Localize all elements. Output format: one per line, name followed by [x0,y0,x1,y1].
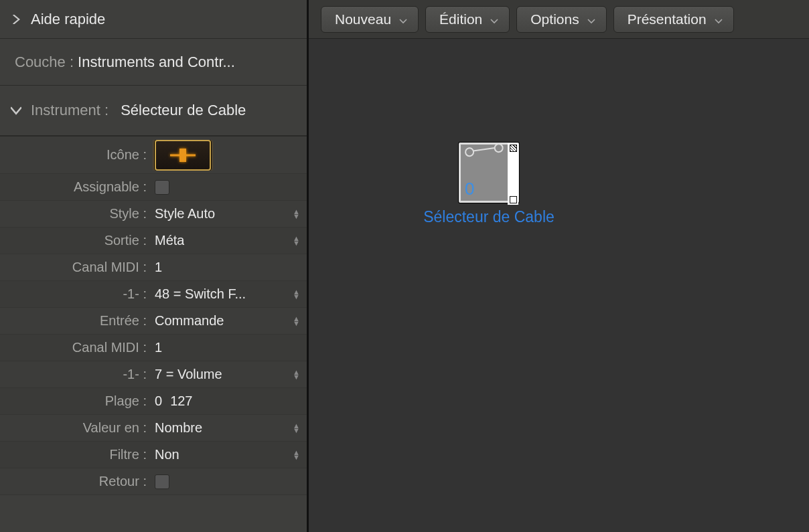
instrument-label: Instrument : [31,102,108,119]
prop-sortie-label: Sortie : [0,233,151,248]
menubar: Nouveau Édition Options Présentation [309,0,809,39]
prop-plage-label: Plage : [0,393,151,409]
layer-label: Couche : [15,54,74,71]
prop-style-value[interactable]: Style Auto ▲▼ [151,206,307,221]
environment-canvas-area: Nouveau Édition Options Présentation [309,0,809,532]
prop-sortie-row[interactable]: Sortie : Méta ▲▼ [0,228,307,254]
instrument-icon[interactable] [155,140,211,171]
prop-retour-value [151,474,307,489]
menu-edition[interactable]: Édition [425,6,510,33]
chevron-down-icon [715,11,723,27]
prop-midi2-row[interactable]: Canal MIDI : 1 [0,335,307,361]
prop-assignable-label: Assignable : [0,179,151,195]
layer-row[interactable]: Couche : Instruments and Contr... [0,39,307,86]
prop-minus1a-value[interactable]: 48 = Switch F... ▲▼ [151,286,307,302]
stepper-icon[interactable]: ▲▼ [293,236,300,246]
menu-options[interactable]: Options [516,6,606,33]
chevron-right-icon [11,14,21,25]
instrument-name: Sélecteur de Cable [121,102,246,119]
stepper-icon[interactable]: ▲▼ [293,450,300,460]
chevron-down-icon [11,105,21,116]
cable-ports-icon[interactable] [508,143,518,205]
range-high[interactable]: 127 [170,393,192,409]
prop-filtre-label: Filtre : [0,447,151,462]
prop-icon-value[interactable] [151,140,307,171]
chevron-down-icon [587,11,595,27]
fader-object-label: Sélecteur de Cable [412,208,566,226]
prop-style-label: Style : [0,206,151,221]
prop-plage-row[interactable]: Plage : 0 127 [0,388,307,415]
prop-minus1b-row[interactable]: -1- : 7 = Volume ▲▼ [0,361,307,388]
instrument-header[interactable]: Instrument : Sélecteur de Cable [0,86,307,137]
quick-help-header[interactable]: Aide rapide [0,0,307,39]
prop-midi1-value[interactable]: 1 [151,260,307,275]
prop-sortie-value[interactable]: Méta ▲▼ [151,233,307,248]
assignable-checkbox[interactable] [155,180,169,195]
cable-switcher-object[interactable]: 0 Sélecteur de Cable [412,143,566,226]
stepper-icon[interactable]: ▲▼ [293,370,300,379]
stepper-icon[interactable]: ▲▼ [293,209,300,219]
prop-valeur-row[interactable]: Valeur en : Nombre ▲▼ [0,415,307,442]
property-list: Icône : Assignable : Style : Style Auto [0,137,307,532]
prop-midi1-row[interactable]: Canal MIDI : 1 [0,254,307,281]
range-low[interactable]: 0 [155,393,162,409]
prop-midi1-label: Canal MIDI : [0,260,151,275]
prop-icon-label: Icône : [0,147,151,163]
fader-object-box[interactable]: 0 [459,143,519,203]
prop-valeur-value[interactable]: Nombre ▲▼ [151,420,307,436]
chevron-down-icon [399,11,407,27]
prop-assignable-value [151,180,307,195]
menu-nouveau[interactable]: Nouveau [321,6,419,33]
svg-rect-1 [179,149,186,162]
prop-midi2-value[interactable]: 1 [151,340,307,355]
prop-retour-row: Retour : [0,468,307,495]
prop-plage-value[interactable]: 0 127 [151,393,307,409]
inspector-panel: Aide rapide Couche : Instruments and Con… [0,0,309,532]
stepper-icon[interactable]: ▲▼ [293,317,300,326]
menu-presentation[interactable]: Présentation [613,6,734,33]
prop-icon-row: Icône : [0,137,307,174]
prop-valeur-label: Valeur en : [0,420,151,436]
prop-entree-row[interactable]: Entrée : Commande ▲▼ [0,308,307,335]
fader-line-icon [466,146,502,152]
prop-style-row[interactable]: Style : Style Auto ▲▼ [0,201,307,228]
prop-retour-label: Retour : [0,474,151,489]
fader-value: 0 [465,179,474,199]
stepper-icon[interactable]: ▲▼ [293,424,300,433]
prop-entree-value[interactable]: Commande ▲▼ [151,313,307,329]
prop-minus1b-label: -1- : [0,367,151,382]
environment-canvas[interactable]: 0 Sélecteur de Cable [309,39,809,532]
stepper-icon[interactable]: ▲▼ [293,290,300,299]
prop-assignable-row: Assignable : [0,174,307,201]
prop-minus1b-value[interactable]: 7 = Volume ▲▼ [151,367,307,382]
prop-midi2-label: Canal MIDI : [0,340,151,355]
prop-filtre-row[interactable]: Filtre : Non ▲▼ [0,442,307,468]
prop-minus1a-row[interactable]: -1- : 48 = Switch F... ▲▼ [0,281,307,308]
chevron-down-icon [490,11,498,27]
prop-filtre-value[interactable]: Non ▲▼ [151,447,307,462]
prop-entree-label: Entrée : [0,313,151,329]
prop-minus1a-label: -1- : [0,286,151,302]
layer-value: Instruments and Contr... [78,54,235,71]
quick-help-title: Aide rapide [31,11,105,28]
retour-checkbox[interactable] [155,474,169,489]
